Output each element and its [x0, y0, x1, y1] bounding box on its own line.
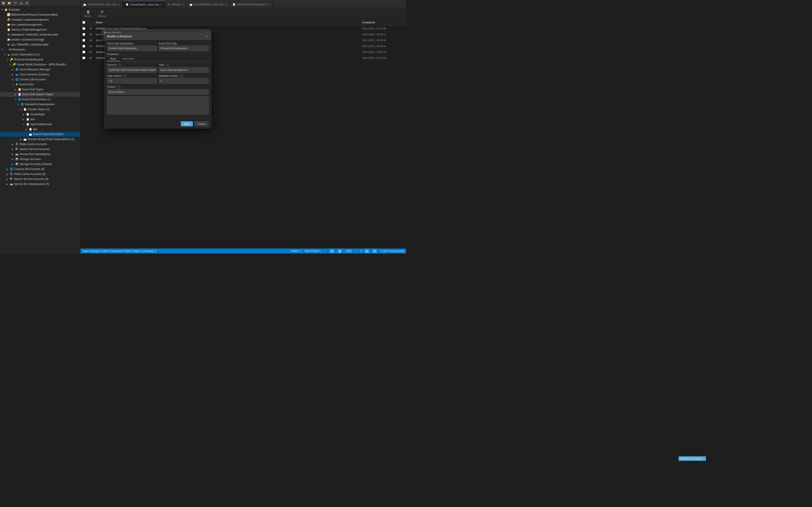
sidebar-item[interactable]: ▶ 📋 domaintopic: [0, 112, 80, 117]
sidebar-item[interactable]: ▼ All Resources: [0, 47, 80, 52]
subject-input[interactable]: [107, 89, 209, 95]
row-checkbox[interactable]: [83, 33, 85, 36]
tree-arrow-icon: ▶: [23, 113, 26, 116]
tab-tab4[interactable]: 📩DomainOnlySu...ption Visu✕: [187, 1, 230, 8]
page-current-input[interactable]: [345, 250, 352, 252]
row-created-at: 02/11/2021, 15:39:44: [361, 45, 406, 48]
event-id-label: Event Id: i: [107, 63, 157, 66]
row-created-at: 02/11/2021, 16:45:00: [361, 57, 406, 59]
sidebar-item[interactable]: ▶ 🚌 Service Bus Namespaces: [0, 152, 80, 157]
sidebar-item[interactable]: ⊞ qa | TablesDB | cerebrata-table: [0, 42, 80, 47]
header-checkbox-cell: [81, 21, 87, 24]
sidebar-item[interactable]: ▶ 🗄 Redis Cache Accounts: [0, 142, 80, 147]
row-checkbox-cell: [81, 51, 87, 53]
page-last-btn[interactable]: ⏭: [373, 249, 377, 253]
tab-tab1[interactable]: 📩DoaminTopicS...ption Visu✕: [81, 1, 123, 8]
data-body-textarea[interactable]: [107, 97, 209, 115]
type-input[interactable]: [159, 67, 209, 73]
refresh-button[interactable]: ↺ Refresh: [96, 9, 108, 18]
sidebar-item[interactable]: 📁 dev | patientmanagement: [0, 22, 80, 27]
sidebar-item[interactable]: ▼ 📋 topicinsidedomain: [0, 122, 80, 127]
event-id-info-icon: i: [118, 64, 121, 66]
sidebar-refresh-btn[interactable]: ↺: [13, 1, 18, 6]
sidebar-item[interactable]: ▶ 🔍 Search Service Accounts (0): [0, 176, 80, 181]
topic-input[interactable]: [159, 46, 209, 51]
sidebar-item[interactable]: 📦 container | patientmanagement: [0, 17, 80, 22]
sidebar-item[interactable]: ▼ 🌐 Event Grid Domains (1): [0, 97, 80, 102]
sidebar-item[interactable]: ▶ 🚌 Service Bus Namespaces (0): [0, 181, 80, 186]
select-all-checkbox[interactable]: [83, 21, 85, 24]
sidebar-item[interactable]: ▼ ☁ Azure Subscriptions (2): [0, 52, 80, 57]
sidebar-folder-btn[interactable]: 📁: [7, 1, 12, 6]
sidebar-item[interactable]: ▼ ⭐ Favorites: [0, 7, 80, 12]
modify-modal-close-btn[interactable]: ✕: [204, 34, 209, 39]
tree-item-icon: 📊: [7, 13, 10, 16]
tree-arrow-icon: ▶: [12, 143, 15, 146]
sidebar-item[interactable]: ▼ ⚡ Event Grids: [0, 82, 80, 87]
tree-item-icon: 📋: [7, 28, 10, 32]
save-button[interactable]: Save: [181, 121, 193, 126]
sidebar-item[interactable]: ▶ ☁ Cloud Services (Classic): [0, 72, 80, 77]
page-first-btn[interactable]: ⏮: [330, 249, 334, 253]
sidebar-item[interactable]: ▶ 📋 Event Grid System Topics: [0, 92, 80, 97]
sidebar-item[interactable]: ▼ 🌐 DomainForDevelopment: [0, 102, 80, 107]
metadata-version-input[interactable]: [159, 78, 209, 83]
page-prev-btn[interactable]: ◀: [338, 249, 342, 253]
tab-tab5[interactable]: 📋DomainForDevelopment Vi✕: [230, 1, 273, 8]
tab-tab2[interactable]: 📋DomainTopicS...ption Visu✕: [123, 1, 165, 8]
event-id-type-row: Event Id: i Type: i: [107, 63, 209, 73]
refresh-label: Refresh: [98, 15, 106, 17]
sidebar-item[interactable]: 📋 doctors | PatientManagement: [0, 27, 80, 32]
tree-item-icon: [4, 48, 8, 51]
delete-button[interactable]: 🗑 Delete...: [82, 9, 94, 18]
sidebar-item[interactable]: ▶ 📋 Event Grid Topics: [0, 87, 80, 92]
tree-item-label: Cosmos DB Accounts: [19, 78, 46, 81]
page-next-btn[interactable]: ▶: [365, 249, 369, 253]
sidebar-item[interactable]: ▶ 📩 Domain-Scope Event Subscriptions (2): [0, 137, 80, 142]
sidebar-item[interactable]: ⊞ newqatest | TablesDB | cerebrata-table: [0, 32, 80, 37]
sidebar-settings-btn[interactable]: ⚙: [24, 1, 30, 6]
event-id-input[interactable]: [107, 67, 157, 73]
tree-item-label: dev: [33, 128, 37, 131]
sidebar-item[interactable]: 📩 DoaminTopicSubscription: [0, 132, 80, 137]
sidebar-star-btn[interactable]: ⭐: [1, 1, 6, 6]
sidebar-item[interactable]: ▶ 📦 Storage Accounts: [0, 157, 80, 162]
sidebar-item[interactable]: ▶ 🌐 Cosmos DB Accounts: [0, 77, 80, 82]
row-checkbox[interactable]: [83, 39, 85, 42]
tree-arrow-icon: ▼: [6, 58, 9, 61]
data-version-input[interactable]: [107, 78, 157, 83]
property-tab-advanced[interactable]: Advanced: [120, 56, 137, 61]
cancel-button[interactable]: Cancel: [194, 121, 209, 126]
property-tab-basic[interactable]: Basic: [107, 56, 120, 61]
event-id-group: Event Id: i: [107, 63, 157, 73]
sidebar-item[interactable]: ▶ 📋 test: [0, 117, 80, 122]
sidebar-item[interactable]: ▶ 🗄 Redis Cache Accounts (0): [0, 172, 80, 176]
subscription-input[interactable]: [107, 46, 157, 51]
sidebar-cloud-btn[interactable]: ☁: [18, 1, 23, 6]
tree-item-icon: 🔍: [9, 177, 13, 181]
sidebar-item[interactable]: ▶ 🔷 Azure Resource Manager: [0, 67, 80, 72]
row-checkbox[interactable]: [83, 27, 85, 30]
sidebar-item[interactable]: ▼ 🔑 Visual Studio Enterprise – MPN (Ranj…: [0, 62, 80, 67]
row-checkbox[interactable]: [83, 57, 85, 59]
tree-item-icon: 🚌: [15, 152, 18, 156]
tab-tab3[interactable]: ⚙Settings✕: [165, 1, 187, 8]
sidebar-item[interactable]: ▼ 📋 Domain Topics (3): [0, 107, 80, 112]
tree-item-label: All Resources: [9, 48, 26, 51]
sidebar-item[interactable]: 📊 $MetricsHourPrimaryTransactionsBlob: [0, 12, 80, 17]
tree-item-label: qa | TablesDB | cerebrata-table: [11, 43, 49, 46]
sidebar-item[interactable]: ▶ 📋 dev: [0, 127, 80, 132]
sidebar-item[interactable]: ▼ 🔑 05-kovai-cerebrata-prod: [0, 57, 80, 62]
sidebar-item[interactable]: 📁 private | ceruleanv1storage: [0, 37, 80, 42]
row-type-icon: ✉: [87, 44, 94, 48]
table-header: Name Created At: [81, 19, 406, 25]
tree-item-label: dev | patientmanagement: [11, 23, 42, 26]
row-checkbox[interactable]: [83, 45, 85, 48]
sidebar-item[interactable]: ▶ 🔍 Search Service Accounts: [0, 147, 80, 152]
metadata-version-info-icon: i: [180, 74, 183, 77]
sidebar-item[interactable]: ▶ 🌐 Cosmos DB Accounts (0): [0, 167, 80, 172]
topic-label: Event Grid Topic:: [159, 42, 209, 45]
row-checkbox[interactable]: [83, 51, 85, 53]
tree-item-icon: 🗄: [15, 143, 18, 146]
sidebar-item[interactable]: ▶ 📦 Storage Accounts (Classic): [0, 162, 80, 167]
